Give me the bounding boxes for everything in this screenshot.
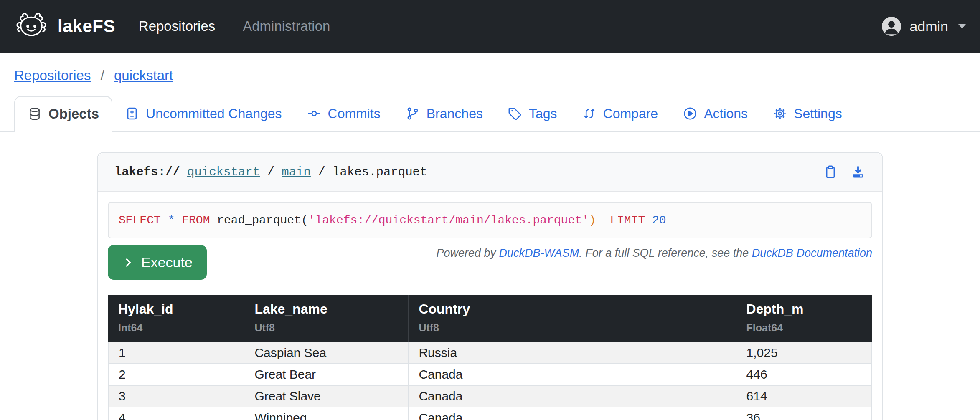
repo-tabs: Objects Uncommitted Changes Commits Bran… (0, 96, 980, 132)
path-repo-link[interactable]: quickstart (187, 165, 260, 179)
breadcrumb: Repositories / quickstart (14, 68, 966, 83)
tab-settings[interactable]: Settings (760, 96, 855, 131)
tab-compare[interactable]: Compare (570, 96, 671, 131)
nav-item-administration[interactable]: Administration (243, 18, 330, 34)
nav-links: Repositories Administration (139, 18, 330, 34)
duckdb-docs-link[interactable]: DuckDB Documentation (752, 247, 872, 259)
execute-button[interactable]: Execute (108, 245, 207, 280)
results-table-wrapper: Hylak_idInt64 Lake_nameUtf8 CountryUtf8 … (108, 295, 872, 420)
path-scheme: lakefs:// (114, 165, 180, 179)
lakefs-logo-icon (14, 12, 48, 40)
duckdb-wasm-link[interactable]: DuckDB-WASM (499, 247, 579, 259)
table-header-row: Hylak_idInt64 Lake_nameUtf8 CountryUtf8 … (108, 295, 872, 342)
commit-icon (307, 106, 321, 121)
col-depth-m: Depth_mFloat64 (736, 295, 872, 342)
tag-icon (508, 106, 522, 121)
path-file: lakes.parquet (333, 165, 427, 179)
path-branch-link[interactable]: main (282, 165, 311, 179)
avatar (882, 17, 901, 36)
table-row: 3Great SlaveCanada614 (108, 385, 872, 407)
brand-name: lakeFS (58, 16, 115, 36)
powered-by-note: Powered by DuckDB-WASM. For a full SQL r… (437, 247, 872, 260)
table-row: 1Caspian SeaRussia1,025 (108, 342, 872, 364)
caret-down-icon (958, 24, 966, 28)
col-country: CountryUtf8 (408, 295, 736, 342)
download-icon[interactable] (851, 164, 866, 180)
object-path: lakefs:// quickstart / main / lakes.parq… (114, 165, 427, 179)
file-diff-icon (125, 106, 139, 121)
play-circle-icon (683, 106, 697, 121)
table-row: 2Great BearCanada446 (108, 364, 872, 385)
table-row: 4WinnipegCanada36 (108, 407, 872, 420)
tab-objects[interactable]: Objects (14, 96, 112, 132)
person-icon (882, 17, 901, 36)
col-hylak-id: Hylak_idInt64 (108, 295, 244, 342)
breadcrumb-quickstart[interactable]: quickstart (114, 68, 173, 83)
card-body: SELECT * FROM read_parquet('lakefs://qui… (98, 192, 882, 420)
tab-branches[interactable]: Branches (393, 96, 495, 131)
tab-actions[interactable]: Actions (670, 96, 760, 131)
user-menu[interactable]: admin (882, 17, 966, 36)
tab-uncommitted-changes[interactable]: Uncommitted Changes (112, 96, 294, 131)
user-name: admin (909, 18, 948, 35)
breadcrumb-separator: / (101, 68, 104, 83)
object-viewer-card: lakefs:// quickstart / main / lakes.parq… (97, 152, 883, 420)
results-table: Hylak_idInt64 Lake_nameUtf8 CountryUtf8 … (108, 295, 872, 420)
sql-editor[interactable]: SELECT * FROM read_parquet('lakefs://qui… (108, 202, 872, 238)
brand[interactable]: lakeFS (14, 12, 115, 40)
navbar: lakeFS Repositories Administration admin (0, 0, 980, 53)
database-icon (28, 107, 42, 121)
breadcrumb-repositories[interactable]: Repositories (14, 68, 91, 83)
copy-icon[interactable] (823, 164, 838, 180)
col-lake-name: Lake_nameUtf8 (244, 295, 408, 342)
compare-icon (582, 106, 597, 121)
content-container: lakefs:// quickstart / main / lakes.parq… (97, 152, 883, 420)
actions-row: Execute Powered by DuckDB-WASM. For a fu… (108, 245, 872, 280)
git-branch-icon (406, 106, 420, 121)
nav-item-repositories[interactable]: Repositories (139, 18, 215, 34)
header-icons (823, 164, 866, 180)
tab-commits[interactable]: Commits (295, 96, 393, 131)
chevron-right-icon (122, 256, 135, 269)
card-header: lakefs:// quickstart / main / lakes.parq… (98, 153, 882, 192)
tab-tags[interactable]: Tags (495, 96, 570, 131)
gear-icon (773, 106, 787, 121)
